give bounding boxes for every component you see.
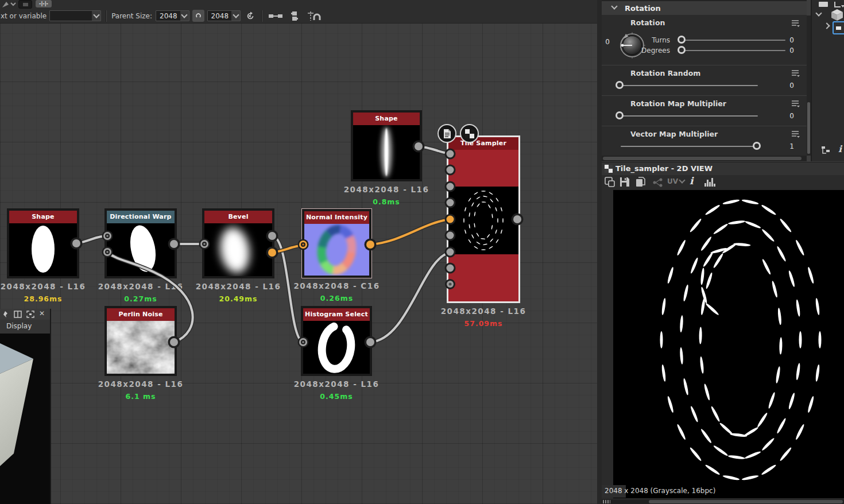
- display-menu[interactable]: Display: [6, 322, 32, 330]
- parent-size-width-select[interactable]: 2048: [156, 10, 189, 21]
- degrees-slider-track[interactable]: [682, 50, 785, 51]
- rotation-group-title: Rotation: [630, 18, 665, 27]
- copy-icon[interactable]: [635, 176, 646, 188]
- node-compute-time: 0.8ms: [329, 197, 444, 206]
- collapse-chevron-icon: [611, 3, 617, 9]
- node-title: Shape: [9, 211, 77, 223]
- rotation-map-multiplier-slider-track[interactable]: [620, 115, 758, 117]
- vector-map-multiplier-slider-handle[interactable]: [753, 142, 761, 150]
- turns-slider-track[interactable]: [682, 40, 785, 41]
- node-normal-intensity[interactable]: Normal Intensity: [302, 209, 371, 278]
- view2d-status: 2048 x 2048 (Grayscale, 16bpc): [605, 487, 715, 495]
- histogram-icon[interactable]: [704, 176, 717, 188]
- parameter-menu-icon[interactable]: [791, 20, 800, 28]
- chevron-down-icon: [92, 11, 100, 21]
- package-icon: [830, 8, 844, 22]
- node-tile-sampler[interactable]: Tile Sampler: [447, 135, 520, 303]
- vector-map-multiplier-title: Vector Map Multiplier: [630, 130, 718, 138]
- degrees-value: 0: [771, 46, 794, 55]
- info-icon[interactable]: i: [690, 175, 693, 187]
- node-directional-warp[interactable]: Directional Warp: [104, 208, 177, 278]
- parameter-menu-icon[interactable]: [791, 69, 800, 77]
- snap-button[interactable]: [306, 10, 322, 21]
- rotation-random-title: Rotation Random: [630, 69, 700, 77]
- expand-chevron-icon[interactable]: [823, 22, 830, 29]
- node-size-label: 2048x2048 - L16: [83, 379, 198, 389]
- node-compute-time: 6.1 ms: [83, 392, 198, 401]
- info-icon[interactable]: i: [838, 144, 842, 154]
- parameter-menu-icon[interactable]: [791, 130, 800, 138]
- view3d-viewport[interactable]: [0, 334, 50, 504]
- document-icon: [443, 129, 452, 139]
- node-output-preview-button[interactable]: [460, 124, 479, 143]
- view2d-toolbar: UV i: [602, 175, 844, 190]
- node-title: Tile Sampler: [448, 137, 518, 150]
- rotation-map-multiplier-slider-handle[interactable]: [615, 111, 624, 119]
- save-icon[interactable]: [619, 176, 630, 188]
- split-view-icon[interactable]: [14, 311, 22, 318]
- node-pins-button[interactable]: [288, 10, 301, 21]
- graph-item-selected[interactable]: [833, 21, 844, 34]
- node-preview: [107, 321, 175, 374]
- maximize-icon[interactable]: [26, 311, 34, 318]
- node-histogram-select[interactable]: Histogram Select: [301, 306, 372, 376]
- rotation-random-slider-handle[interactable]: [615, 81, 624, 89]
- parameters-vscrollbar[interactable]: [807, 15, 811, 156]
- wire-0[interactable]: [76, 236, 107, 243]
- substance-designer-app: Shape2048x2048 - L1628.96msDirectional W…: [0, 0, 844, 504]
- node-perlin-noise[interactable]: Perlin Noise: [104, 306, 177, 376]
- export-image-icon[interactable]: [604, 176, 615, 188]
- parent-size-height-select[interactable]: 2048: [207, 10, 241, 21]
- view3d-titlebar[interactable]: ✕: [0, 309, 50, 320]
- degrees-slider-handle[interactable]: [677, 46, 686, 54]
- toolbar-separator: [261, 10, 262, 22]
- parameters-hscrollbar[interactable]: [602, 156, 807, 161]
- gizmo-toggle-button[interactable]: -|-|-: [36, 0, 52, 7]
- node-description-button[interactable]: [438, 124, 456, 143]
- node-shape-2[interactable]: Shape: [351, 110, 422, 181]
- node-title: Normal Intensity: [304, 211, 369, 224]
- view2d-titlebar[interactable]: Tile_sampler - 2D VIEW: [602, 162, 844, 175]
- connect-nodes-button[interactable]: [267, 10, 284, 21]
- cube-mesh: [0, 334, 50, 504]
- link-size-button[interactable]: [192, 10, 204, 22]
- view3d-menubar[interactable]: Display: [0, 320, 50, 334]
- uv-mode-select[interactable]: UV: [667, 177, 678, 185]
- node-preview: [448, 187, 518, 254]
- node-bevel[interactable]: Bevel: [202, 208, 274, 278]
- reset-size-button[interactable]: [244, 10, 257, 22]
- degrees-label: Degrees: [636, 46, 670, 55]
- panel-header-icons[interactable]: [818, 1, 844, 8]
- node-size-label: 2048x2048 - L16: [279, 379, 394, 389]
- view2d-hscrollbar[interactable]: [602, 499, 844, 504]
- view2d-canvas[interactable]: [613, 190, 844, 498]
- wire-6[interactable]: [272, 245, 303, 253]
- graph-toolbar-row1: -|-|-: [0, 0, 597, 9]
- parameter-menu-icon[interactable]: [791, 100, 800, 108]
- node-compute-time: 0.26ms: [280, 294, 394, 303]
- node-shape-1[interactable]: Shape: [7, 208, 79, 278]
- turns-slider-handle[interactable]: [677, 36, 686, 44]
- library-panel-edge: i: [811, 0, 844, 161]
- tool-mode-icon[interactable]: [1, 1, 16, 8]
- collapse-chevron-icon[interactable]: [815, 10, 822, 16]
- rotation-map-multiplier-title: Rotation Map Multiplier: [630, 99, 726, 108]
- node-pins-icon: [291, 11, 298, 21]
- rotation-random-slider-track[interactable]: [620, 85, 758, 86]
- outline-tree-icon[interactable]: [821, 145, 831, 156]
- close-icon[interactable]: ✕: [39, 310, 45, 317]
- parent-size-label: Parent Size:: [111, 12, 152, 20]
- variable-filter-label: xt or variable: [1, 12, 47, 20]
- rotation-section-header[interactable]: Rotation: [602, 1, 807, 15]
- wire-4[interactable]: [419, 146, 450, 154]
- panel-splitter[interactable]: [597, 0, 602, 504]
- pin-icon[interactable]: [1, 311, 9, 318]
- graph-toolbar: -|-|- xt or variable Parent Size: 2048 2…: [0, 0, 597, 24]
- link-output-icon[interactable]: [652, 178, 664, 187]
- wire-7[interactable]: [370, 219, 450, 245]
- vector-map-multiplier-slider-track[interactable]: [621, 146, 758, 147]
- node-graph-canvas[interactable]: Shape2048x2048 - L1628.96msDirectional W…: [0, 0, 597, 504]
- variable-combobox[interactable]: [49, 10, 101, 21]
- display-option-button[interactable]: [18, 0, 32, 9]
- node-title: Directional Warp: [107, 211, 175, 223]
